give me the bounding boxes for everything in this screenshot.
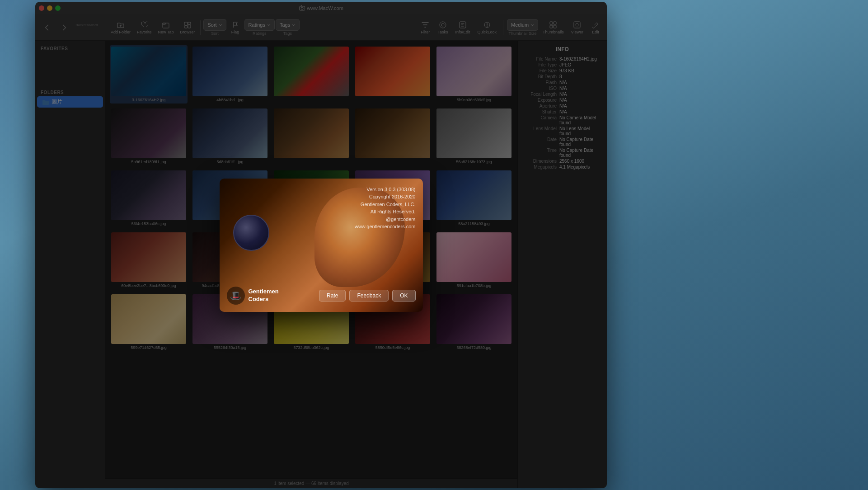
version-line5: @gentcoders (355, 216, 416, 223)
version-line3: Gentlemen Coders, LLC. (355, 201, 416, 208)
version-line1: Version 3.0.3 (303.08) (355, 186, 416, 193)
about-modal: Version 3.0.3 (303.08) Copyright 2016-20… (220, 179, 423, 312)
logo-text: Gentlemen Coders (249, 288, 279, 303)
modal-overlay: Version 3.0.3 (303.08) Copyright 2016-20… (35, 2, 607, 488)
version-info: Version 3.0.3 (303.08) Copyright 2016-20… (355, 186, 416, 231)
ok-button[interactable]: OK (392, 290, 415, 302)
version-line2: Copyright 2016-2020 (355, 193, 416, 201)
version-line4: All Rights Reserved. (355, 208, 416, 216)
modal-buttons: Rate Feedback OK (319, 290, 415, 302)
modal-bottom: 🎩 Gentlemen Coders Rate Feedback OK (227, 283, 416, 305)
logo-hat-icon: 🎩 (227, 287, 245, 305)
modal-logo: 🎩 Gentlemen Coders (227, 287, 279, 305)
lens-decoration (233, 215, 269, 251)
rate-button[interactable]: Rate (319, 290, 346, 302)
feedback-button[interactable]: Feedback (349, 290, 389, 302)
app-window: www.MacW.com Back/Forward Add Folder (35, 2, 607, 488)
version-line6: www.gentlemencoders.com (355, 223, 416, 231)
